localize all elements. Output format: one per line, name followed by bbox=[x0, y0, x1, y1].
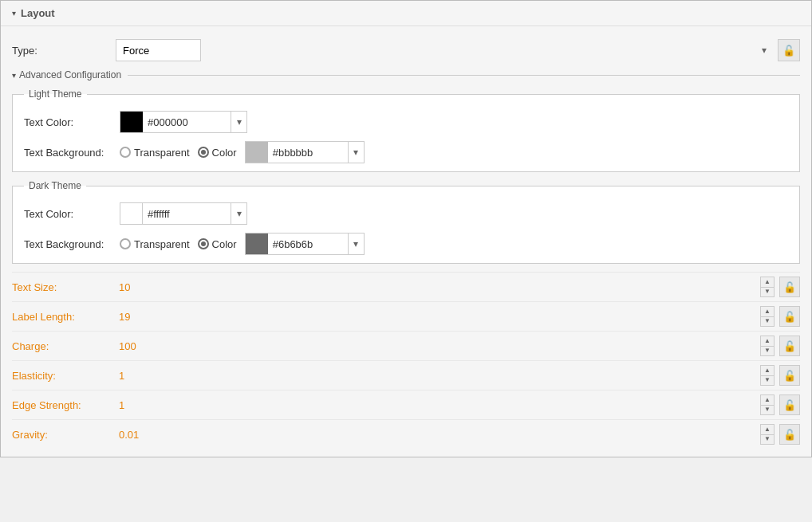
spinner-down-5[interactable]: ▼ bbox=[761, 435, 774, 445]
numeric-lock-button-3[interactable]: 🔓 bbox=[779, 365, 800, 386]
light-bg-color-dropdown-arrow-icon[interactable]: ▾ bbox=[348, 142, 364, 163]
numeric-row-0: Text Size: ▲ ▼ 🔓 bbox=[12, 272, 800, 301]
numeric-input-4[interactable] bbox=[116, 394, 760, 415]
dark-text-bg-row: Text Background: Transparent Color #6 bbox=[24, 233, 788, 255]
numeric-lock-button-4[interactable]: 🔓 bbox=[779, 394, 800, 415]
numeric-lock-icon-0: 🔓 bbox=[783, 281, 796, 293]
numeric-lock-icon-5: 🔓 bbox=[783, 429, 796, 441]
light-theme-legend: Light Theme bbox=[24, 88, 87, 100]
numeric-input-wrapper-4: ▲ ▼ bbox=[116, 394, 775, 415]
numeric-label-1: Label Length: bbox=[12, 311, 116, 323]
numeric-input-3[interactable] bbox=[116, 365, 760, 386]
type-label: Type: bbox=[12, 45, 116, 57]
type-select-container: Force Circular Hierarchical Grid bbox=[116, 39, 773, 61]
numeric-lock-icon-2: 🔓 bbox=[783, 340, 796, 352]
light-radio-color[interactable]: Color bbox=[198, 147, 237, 159]
spinner-down-1[interactable]: ▼ bbox=[761, 317, 774, 327]
light-text-color-swatch bbox=[120, 112, 143, 132]
light-text-color-dropdown-arrow-icon[interactable]: ▾ bbox=[231, 112, 246, 132]
spinner-down-2[interactable]: ▼ bbox=[761, 347, 774, 356]
dark-radio-transparent[interactable]: Transparent bbox=[120, 238, 190, 250]
dark-text-color-value: #ffffff bbox=[143, 208, 231, 220]
advanced-config-section: ▾ Advanced Configuration Light Theme Tex… bbox=[12, 69, 800, 449]
type-select[interactable]: Force Circular Hierarchical Grid bbox=[116, 39, 201, 61]
numeric-label-5: Gravity: bbox=[12, 429, 116, 441]
dark-bg-color-dropdown-arrow-icon[interactable]: ▾ bbox=[348, 234, 364, 254]
spinner-up-0[interactable]: ▲ bbox=[761, 277, 774, 288]
numeric-row-3: Elasticity: ▲ ▼ 🔓 bbox=[12, 360, 800, 390]
dark-bg-color-value: #6b6b6b bbox=[268, 238, 348, 250]
spinner-down-0[interactable]: ▼ bbox=[761, 288, 774, 297]
light-text-color-label: Text Color: bbox=[24, 116, 120, 128]
numeric-input-1[interactable] bbox=[116, 306, 760, 327]
adv-config-title: Advanced Configuration bbox=[19, 69, 121, 80]
numeric-row-1: Label Length: ▲ ▼ 🔓 bbox=[12, 301, 800, 331]
numeric-lock-icon-3: 🔓 bbox=[783, 370, 796, 382]
dark-text-color-row: Text Color: #ffffff ▾ bbox=[24, 202, 788, 225]
layout-header: ▾ Layout bbox=[1, 1, 811, 26]
numeric-input-wrapper-2: ▲ ▼ bbox=[116, 336, 775, 356]
numeric-row-4: Edge Strength: ▲ ▼ 🔓 bbox=[12, 390, 800, 419]
spinner-up-3[interactable]: ▲ bbox=[761, 366, 774, 376]
spinner-down-4[interactable]: ▼ bbox=[761, 406, 774, 415]
spinner-up-5[interactable]: ▲ bbox=[761, 425, 774, 435]
numeric-spinner-4: ▲ ▼ bbox=[760, 394, 775, 415]
dark-text-color-label: Text Color: bbox=[24, 208, 120, 220]
spinner-up-1[interactable]: ▲ bbox=[761, 307, 774, 317]
type-lock-button[interactable]: 🔓 bbox=[778, 39, 800, 61]
dark-text-color-dropdown-arrow-icon[interactable]: ▾ bbox=[231, 203, 246, 224]
numeric-spinner-2: ▲ ▼ bbox=[760, 336, 775, 356]
dark-radio-transparent-circle bbox=[120, 238, 131, 249]
numeric-lock-icon-4: 🔓 bbox=[783, 399, 796, 411]
light-text-color-value: #000000 bbox=[143, 116, 231, 128]
spinner-down-3[interactable]: ▼ bbox=[761, 376, 774, 386]
numeric-spinner-0: ▲ ▼ bbox=[760, 277, 775, 297]
numeric-lock-icon-1: 🔓 bbox=[783, 311, 796, 323]
numeric-input-2[interactable] bbox=[116, 336, 760, 356]
dark-bg-color-swatch bbox=[246, 234, 268, 254]
main-panel: ▾ Layout Type: Force Circular Hierarchic… bbox=[0, 0, 812, 457]
numeric-row-5: Gravity: ▲ ▼ 🔓 bbox=[12, 419, 800, 449]
numeric-input-0[interactable] bbox=[116, 277, 760, 297]
dark-text-color-swatch bbox=[120, 203, 143, 224]
numeric-input-5[interactable] bbox=[116, 424, 760, 445]
light-radio-transparent[interactable]: Transparent bbox=[120, 147, 190, 159]
light-bg-color-swatch bbox=[246, 142, 268, 163]
light-text-color-picker[interactable]: #000000 ▾ bbox=[120, 111, 247, 133]
light-radio-color-circle bbox=[198, 147, 209, 158]
dark-radio-color-label: Color bbox=[212, 238, 237, 250]
numeric-label-3: Elasticity: bbox=[12, 370, 116, 382]
spinner-up-2[interactable]: ▲ bbox=[761, 336, 774, 347]
dark-radio-color-circle bbox=[198, 238, 209, 249]
numeric-lock-button-2[interactable]: 🔓 bbox=[779, 336, 800, 356]
numeric-lock-button-0[interactable]: 🔓 bbox=[779, 277, 800, 297]
dark-theme-legend: Dark Theme bbox=[24, 180, 86, 191]
light-radio-transparent-label: Transparent bbox=[134, 147, 190, 159]
dark-radio-transparent-label: Transparent bbox=[134, 238, 190, 250]
dark-theme-box: Dark Theme Text Color: #ffffff ▾ Text Ba… bbox=[12, 180, 800, 264]
spinner-up-4[interactable]: ▲ bbox=[761, 395, 774, 406]
numeric-fields-section: Text Size: ▲ ▼ 🔓 Label Length: ▲ ▼ 🔓 Cha… bbox=[12, 272, 800, 449]
adv-config-divider bbox=[128, 75, 800, 76]
light-text-bg-label: Text Background: bbox=[24, 147, 120, 159]
adv-config-arrow-icon[interactable]: ▾ bbox=[12, 71, 16, 80]
type-row: Type: Force Circular Hierarchical Grid 🔓 bbox=[12, 34, 800, 66]
numeric-row-2: Charge: ▲ ▼ 🔓 bbox=[12, 331, 800, 360]
numeric-input-wrapper-5: ▲ ▼ bbox=[116, 424, 775, 445]
numeric-lock-button-5[interactable]: 🔓 bbox=[779, 424, 800, 445]
numeric-spinner-3: ▲ ▼ bbox=[760, 365, 775, 386]
numeric-spinner-5: ▲ ▼ bbox=[760, 424, 775, 445]
numeric-input-wrapper-0: ▲ ▼ bbox=[116, 277, 775, 297]
dark-radio-color[interactable]: Color bbox=[198, 238, 237, 250]
dark-text-color-picker[interactable]: #ffffff ▾ bbox=[120, 202, 247, 225]
numeric-label-2: Charge: bbox=[12, 340, 116, 352]
numeric-input-wrapper-1: ▲ ▼ bbox=[116, 306, 775, 327]
dark-bg-color-picker[interactable]: #6b6b6b ▾ bbox=[245, 233, 365, 255]
layout-arrow-icon[interactable]: ▾ bbox=[12, 9, 16, 18]
layout-title: Layout bbox=[21, 7, 55, 19]
light-bg-color-picker[interactable]: #bbbbbb ▾ bbox=[245, 141, 365, 163]
light-text-bg-radio-group: Transparent Color #bbbbbb ▾ bbox=[120, 141, 365, 163]
layout-body: Type: Force Circular Hierarchical Grid 🔓 bbox=[1, 26, 811, 457]
light-text-color-row: Text Color: #000000 ▾ bbox=[24, 111, 788, 133]
numeric-lock-button-1[interactable]: 🔓 bbox=[779, 306, 800, 327]
